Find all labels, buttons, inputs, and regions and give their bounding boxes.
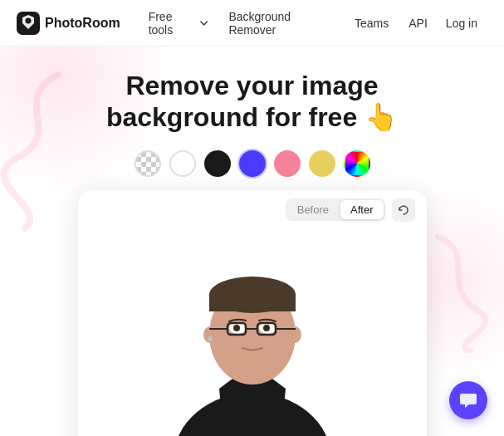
nav-item-teams[interactable]: Teams [346, 12, 397, 35]
chat-bubble-icon [459, 391, 477, 409]
nav-item-api[interactable]: API [400, 12, 436, 35]
swatch-purple[interactable] [239, 150, 266, 177]
chevron-down-icon [199, 18, 208, 28]
svg-point-20 [263, 325, 270, 331]
toggle-before[interactable]: Before [287, 200, 339, 219]
hero-headline: Remove your image background for free 👆 [106, 70, 398, 134]
svg-point-19 [233, 325, 240, 331]
image-card: Before After [78, 190, 427, 436]
swatch-black[interactable] [204, 150, 231, 177]
nav-item-background-remover[interactable]: Background Remover [220, 5, 343, 42]
toggle-after[interactable]: After [340, 200, 383, 219]
nav-links: Free tools Background Remover Teams API [140, 5, 436, 42]
nav-right: Log in [436, 12, 487, 35]
main-content: Remove your image background for free 👆 … [0, 47, 504, 436]
login-button[interactable]: Log in [436, 12, 487, 35]
person-area [78, 227, 427, 436]
swatch-white[interactable] [169, 150, 196, 177]
svg-rect-9 [209, 295, 296, 311]
chat-support-button[interactable] [449, 381, 487, 419]
photoroom-logo-icon [17, 12, 40, 35]
logo[interactable]: PhotoRoom [17, 12, 120, 35]
toggle-group: Before After [286, 198, 385, 221]
swatch-colorful[interactable] [344, 150, 370, 177]
swatch-transparent[interactable] [135, 150, 161, 177]
refresh-button[interactable] [392, 198, 415, 222]
logo-text: PhotoRoom [45, 16, 120, 31]
swatch-yellow[interactable] [309, 150, 335, 177]
svg-point-21 [208, 336, 213, 341]
before-after-bar: Before After [78, 190, 427, 227]
color-palette [135, 150, 370, 177]
swatch-pink[interactable] [274, 150, 301, 177]
hero-emoji: 👆 [365, 101, 398, 133]
person-image [136, 235, 369, 436]
nav-item-free-tools[interactable]: Free tools [140, 5, 218, 42]
svg-point-1 [26, 17, 32, 23]
navbar: PhotoRoom Free tools Background Remover … [0, 0, 504, 47]
refresh-icon [398, 204, 409, 216]
